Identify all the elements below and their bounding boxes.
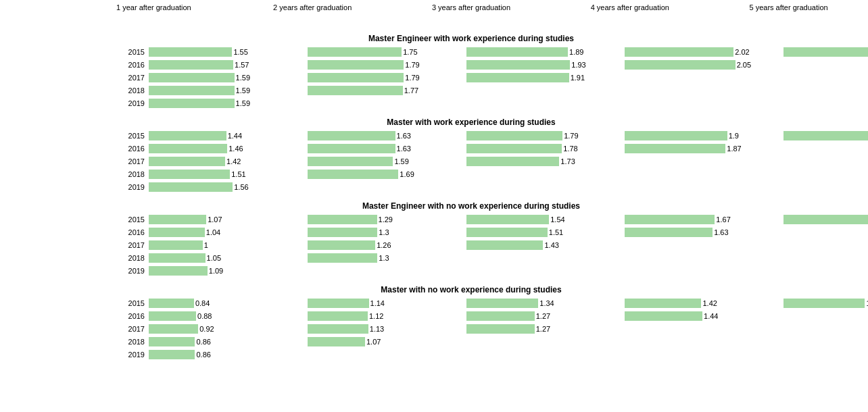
bar-cell: 1.63	[308, 143, 466, 155]
bar-value: 1.93	[571, 61, 585, 69]
bar-cell: 1.63	[308, 130, 466, 142]
bar-cell: 1.56	[149, 181, 308, 193]
bar-value: 1.63	[714, 228, 728, 236]
bar-cell	[783, 226, 868, 238]
bar-value: 1.89	[569, 48, 583, 56]
bar-cell: 1.69	[308, 168, 466, 180]
bar-cell	[783, 252, 868, 264]
bar-cell: 1.12	[308, 310, 466, 322]
bar-cell: 1.51	[466, 226, 625, 238]
year-label: 2018	[74, 86, 149, 95]
bar	[466, 144, 562, 153]
bar	[308, 215, 377, 224]
bar	[149, 182, 233, 192]
data-row: 20161.041.31.511.63	[74, 226, 868, 238]
data-row: 20191.59	[74, 97, 868, 109]
bar-value: 1.78	[563, 145, 577, 153]
bar-cell	[783, 155, 868, 168]
bar	[308, 60, 404, 70]
year-of-grad-label	[0, 3, 71, 13]
bars-area: 1.56	[149, 181, 868, 193]
bar	[308, 299, 369, 308]
bar-value: 1.67	[716, 215, 730, 224]
section-title-3: Master with no work experience during st…	[0, 285, 868, 294]
bar-cell: 1.05	[149, 252, 308, 264]
year-label: 2019	[74, 267, 149, 275]
bar-cell	[625, 84, 783, 97]
year-label: 2018	[74, 254, 149, 262]
bar-cell: 1.55	[149, 46, 308, 58]
bar-cell: 1.44	[149, 130, 308, 142]
bar-cell	[308, 181, 466, 193]
bar-value: 1.27	[536, 312, 550, 320]
bar-value: 2.05	[737, 61, 751, 69]
bar-value: 1.56	[234, 183, 248, 191]
bar-cell	[783, 59, 868, 71]
bar	[308, 47, 402, 57]
bar-value: 1.3	[379, 228, 389, 236]
bar-value: 1.43	[544, 241, 558, 249]
bar-cell: 1.73	[466, 155, 625, 168]
bar-cell	[466, 168, 625, 180]
year-label: 2019	[74, 183, 149, 191]
bar-value: 1.91	[571, 74, 585, 82]
bar-value: 1.87	[727, 145, 741, 153]
bars-area: 0.86	[149, 349, 868, 361]
section-title-2: Master Engineer with no work experience …	[0, 201, 868, 211]
bar-cell	[625, 349, 783, 361]
data-row: 20151.071.291.541.671.74	[74, 213, 868, 226]
bar-cell: 1.79	[308, 59, 466, 71]
bar	[308, 144, 395, 153]
bar	[466, 215, 550, 224]
year-label: 2016	[74, 312, 149, 320]
bar	[625, 228, 713, 237]
bar-cell: 1.59	[149, 72, 308, 84]
bar-value: 1.59	[236, 74, 250, 82]
bars-area: 11.261.43	[149, 239, 868, 251]
bar-cell: 1	[149, 239, 308, 251]
bar	[625, 47, 733, 57]
bar-value: 1.63	[397, 145, 411, 153]
bar-cell	[625, 72, 783, 84]
bar	[625, 299, 701, 308]
bar-cell	[466, 265, 625, 277]
bar-value: 0.92	[199, 325, 214, 333]
bar-cell: 1.51	[783, 297, 868, 309]
bar-value: 1.42	[226, 157, 241, 165]
bar	[466, 228, 548, 237]
bar-cell: 1.75	[308, 46, 466, 58]
year-label: 2015	[74, 215, 149, 224]
bar-value: 1.51	[231, 170, 245, 178]
bar	[783, 47, 868, 57]
bar-value: 1.14	[370, 299, 385, 307]
bar-cell: 1.07	[149, 213, 308, 226]
bar-cell	[625, 239, 783, 251]
bar-value: 0.86	[196, 351, 210, 359]
bar-value: 1.12	[369, 312, 383, 320]
bar-value: 1.73	[560, 157, 575, 165]
bar	[149, 157, 225, 166]
bar	[466, 324, 535, 334]
section-title-0: Master Engineer with work experience dur…	[0, 34, 868, 43]
bar	[308, 86, 403, 95]
bar-value: 1.07	[208, 215, 222, 224]
bar-cell: 1.42	[149, 155, 308, 168]
bar-cell: 1.57	[149, 59, 308, 71]
bar-cell: 1.3	[308, 252, 466, 264]
bar-value: 1.63	[397, 132, 411, 140]
bars-area: 1.551.751.892.022.11	[149, 46, 868, 58]
bar-value: 1.59	[236, 86, 250, 95]
bar-cell	[625, 336, 783, 348]
bars-area: 0.841.141.341.421.51	[149, 297, 868, 309]
bar-value: 0.86	[196, 338, 210, 346]
bar	[466, 311, 535, 321]
bar	[149, 253, 206, 263]
bars-area: 1.461.631.781.87	[149, 143, 868, 155]
bar-value: 1.07	[366, 338, 381, 346]
bar-cell: 1.27	[466, 310, 625, 322]
bar-value: 1.34	[539, 299, 554, 307]
bar-cell: 1.67	[625, 213, 783, 226]
bar-cell: 1.79	[308, 72, 466, 84]
bar-value: 2.02	[735, 48, 749, 56]
section-0: Master Engineer with work experience dur…	[74, 34, 868, 109]
